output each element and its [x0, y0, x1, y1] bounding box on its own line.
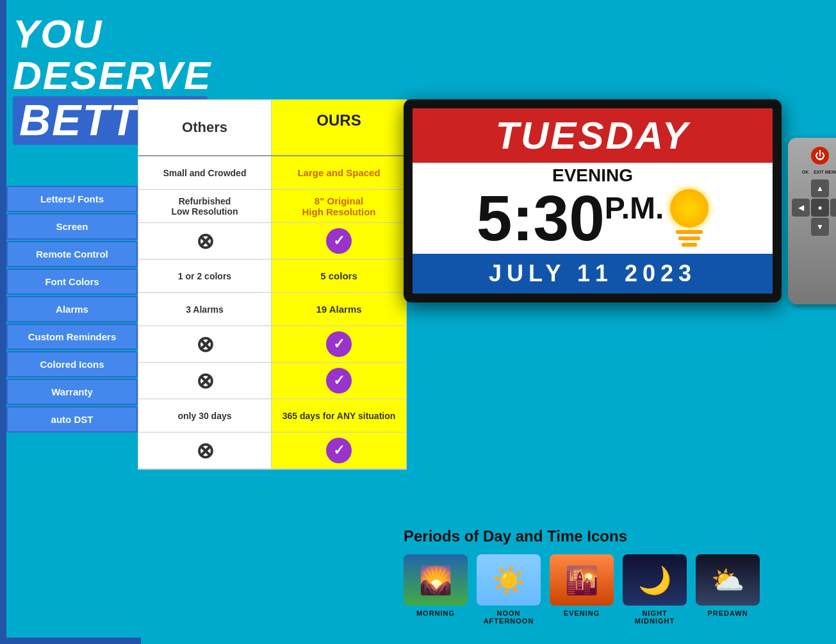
- ours-reminders: ✓: [272, 326, 406, 362]
- sidebar-item-colored-icons[interactable]: Colored Icons: [6, 351, 138, 377]
- dpad-down[interactable]: ▼: [811, 218, 829, 236]
- night-icon: 🌙: [623, 554, 687, 606]
- check-reminders-icon: ✓: [326, 331, 352, 357]
- dpad-empty-bl: [792, 218, 810, 236]
- left-accent-strip: [0, 0, 6, 644]
- sun-lines-2: [678, 236, 700, 240]
- others-alarms: 3 Alarms: [138, 293, 272, 326]
- x-colored-icons-icon: ⊗: [196, 368, 214, 393]
- sidebar-item-auto-dst[interactable]: auto DST: [6, 406, 138, 433]
- others-header: Others: [138, 100, 272, 155]
- period-predawn: ⛅ PREDAWN: [696, 554, 760, 625]
- predawn-icon: ⛅: [696, 554, 760, 606]
- row-remote: ⊗ ✓: [138, 223, 406, 260]
- sidebar-item-letters-fonts[interactable]: Letters/ Fonts: [6, 186, 138, 212]
- x-remote-icon: ⊗: [196, 228, 214, 254]
- dpad-left[interactable]: ◀: [792, 199, 810, 217]
- ours-colored-icons: ✓: [272, 363, 406, 399]
- clock-ampm: P.M.: [605, 191, 664, 225]
- x-reminders-icon: ⊗: [196, 331, 214, 357]
- sun-icon: [670, 189, 709, 247]
- others-colored-icons: ⊗: [138, 363, 272, 399]
- ours-warranty: 365 days for ANY situation: [272, 399, 406, 432]
- ours-auto-dst: ✓: [272, 433, 406, 468]
- dpad-empty-br: [830, 218, 836, 236]
- others-screen: Refurbished Low Resolution: [138, 190, 272, 222]
- clock-device: TUESDAY EVENING 5:30P.M.: [404, 99, 782, 302]
- evening-icon: 🌇: [550, 554, 614, 606]
- noon-icon: ☀️: [477, 554, 541, 606]
- periods-icons: 🌄 MORNING ☀️ NOONAFTERNOON 🌇 EVENING 🌙 N…: [404, 554, 760, 625]
- sun-line-2: [678, 236, 700, 240]
- periods-section: Periods of Day and Time Icons 🌄 MORNING …: [404, 527, 760, 625]
- period-night: 🌙 NIGHTMIDNIGHT: [623, 554, 687, 625]
- periods-title: Periods of Day and Time Icons: [404, 527, 760, 545]
- bottom-accent-strip: [0, 638, 141, 644]
- sun-lines-3: [682, 243, 697, 247]
- ours-font-colors: 5 colors: [272, 260, 406, 292]
- predawn-emoji: ⛅: [711, 565, 744, 596]
- morning-emoji: 🌄: [419, 565, 452, 596]
- dpad-empty-tr: [830, 179, 836, 197]
- sidebar-item-warranty[interactable]: Warranty: [6, 379, 138, 405]
- others-letters: Small and Crowded: [138, 156, 272, 189]
- row-letters-fonts: Small and Crowded Large and Spaced: [138, 156, 406, 190]
- dpad-right[interactable]: ▶: [830, 199, 836, 217]
- sun-line-1: [676, 230, 703, 234]
- row-font-colors: 1 or 2 colors 5 colors: [138, 260, 406, 293]
- evening-label: EVENING: [564, 609, 600, 617]
- sidebar-item-custom-reminders[interactable]: Custom Reminders: [6, 324, 138, 350]
- clock-time-value: 5:30: [477, 182, 605, 254]
- others-font-colors: 1 or 2 colors: [138, 260, 272, 292]
- hero-line1: YOU: [13, 13, 211, 54]
- clock-device-area: TUESDAY EVENING 5:30P.M.: [404, 99, 801, 302]
- period-noon: ☀️ NOONAFTERNOON: [477, 554, 541, 625]
- x-auto-dst-icon: ⊗: [196, 438, 214, 463]
- others-auto-dst: ⊗: [138, 433, 272, 468]
- others-remote: ⊗: [138, 223, 272, 259]
- night-label: NIGHTMIDNIGHT: [635, 609, 675, 625]
- sidebar-item-alarms[interactable]: Alarms: [6, 296, 138, 322]
- ours-alarms: 19 Alarms: [272, 293, 406, 326]
- ours-letters: Large and Spaced: [272, 156, 406, 189]
- remote-control: ⏻ OK EXIT MENU ▲ ◀ ● ▶ ▼: [788, 138, 836, 304]
- ours-screen: 8" OriginalHigh Resolution: [272, 190, 406, 222]
- exit-menu-label: EXIT MENU: [814, 170, 836, 174]
- noon-emoji: ☀️: [492, 565, 525, 596]
- row-colored-icons: ⊗ ✓: [138, 363, 406, 399]
- hero-line2: DESERVE: [13, 54, 211, 96]
- dpad[interactable]: ▲ ◀ ● ▶ ▼: [792, 179, 836, 236]
- ok-label: OK: [802, 170, 809, 174]
- sidebar: Letters/ Fonts Screen Remote Control Fon…: [6, 186, 138, 434]
- clock-day: TUESDAY: [413, 108, 773, 163]
- ours-remote: ✓: [272, 223, 406, 259]
- dpad-up[interactable]: ▲: [811, 179, 829, 197]
- sidebar-item-font-colors[interactable]: Font Colors: [6, 268, 138, 295]
- ours-header: OURS: [272, 100, 406, 155]
- morning-icon: 🌄: [404, 554, 468, 606]
- sidebar-item-screen[interactable]: Screen: [6, 213, 138, 240]
- comparison-table: Others OURS Small and Crowded Large and …: [138, 99, 407, 470]
- check-auto-dst-icon: ✓: [326, 438, 352, 463]
- noon-label: NOONAFTERNOON: [484, 609, 534, 625]
- check-colored-icons-icon: ✓: [326, 368, 352, 393]
- row-warranty: only 30 days 365 days for ANY situation: [138, 399, 406, 433]
- evening-emoji: 🌇: [565, 565, 598, 596]
- check-remote-icon: ✓: [326, 228, 352, 254]
- dpad-center[interactable]: ●: [811, 199, 829, 217]
- morning-label: MORNING: [416, 609, 455, 617]
- sidebar-item-remote-control[interactable]: Remote Control: [6, 241, 138, 267]
- row-auto-dst: ⊗ ✓: [138, 433, 406, 469]
- others-reminders: ⊗: [138, 326, 272, 362]
- row-custom-reminders: ⊗ ✓: [138, 326, 406, 363]
- clock-time: 5:30P.M.: [477, 186, 664, 250]
- sun-circle: [670, 189, 709, 227]
- sun-line-3: [682, 243, 697, 247]
- period-evening: 🌇 EVENING: [550, 554, 614, 625]
- night-emoji: 🌙: [638, 565, 671, 596]
- clock-date: JULY 11 2023: [413, 254, 773, 293]
- period-morning: 🌄 MORNING: [404, 554, 468, 625]
- row-alarms: 3 Alarms 19 Alarms: [138, 293, 406, 326]
- power-button[interactable]: ⏻: [811, 147, 829, 165]
- row-screen: Refurbished Low Resolution 8" OriginalHi…: [138, 190, 406, 223]
